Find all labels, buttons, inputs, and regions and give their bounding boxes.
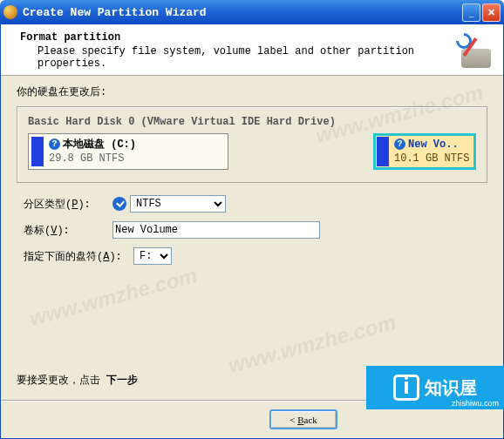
back-button[interactable]: < Back	[269, 409, 337, 429]
drive-letter-label: 指定下面的盘符(A):	[24, 249, 133, 264]
row-drive-letter: 指定下面的盘符(A): F:	[24, 247, 487, 265]
partition-c[interactable]: ? 本地磁盘 (C:) 29.8 GB NTFS	[28, 133, 228, 170]
titlebar: Create New Partition Wizard _ ✕	[0, 0, 504, 24]
partition-color-bar	[31, 137, 44, 166]
partition-name: 本地磁盘 (C:)	[63, 138, 136, 152]
drive-letter-select[interactable]: F:	[133, 247, 172, 265]
close-button[interactable]: ✕	[482, 3, 501, 22]
disk-title: Basic Hard Disk 0 (VMware Virtual IDE Ha…	[28, 116, 476, 128]
partition-type-select[interactable]: NTFS	[130, 195, 226, 213]
row-volume-label: 卷标(V):	[24, 221, 487, 239]
row-partition-type: 分区类型(P): NTFS	[24, 195, 487, 213]
window-title: Create New Partition Wizard	[23, 6, 207, 19]
partition-type-label: 分区类型(P):	[24, 197, 112, 212]
filesystem-icon	[112, 197, 126, 211]
help-icon: ?	[49, 138, 60, 150]
partition-color-bar	[377, 137, 389, 166]
promo-icon	[393, 375, 419, 401]
volume-label-input[interactable]	[112, 221, 320, 239]
header-title: Format partition	[20, 31, 454, 44]
disk-panel: Basic Hard Disk 0 (VMware Virtual IDE Ha…	[17, 106, 487, 183]
app-icon	[3, 5, 17, 19]
promo-brand: 知识屋	[425, 376, 477, 400]
help-icon: ?	[394, 138, 405, 150]
partition-name: New Vo..	[408, 138, 459, 152]
promo-overlay: 知识屋 zhishiwu.com	[366, 366, 504, 409]
intro-text: 你的硬盘在更改后:	[17, 84, 487, 99]
partition-new[interactable]: ? New Vo.. 10.1 GB NTFS	[373, 133, 476, 170]
partition-detail: 29.8 GB NTFS	[49, 152, 136, 165]
wizard-body: www.wmzhe.com www.wmzhe.com www.wmzhe.co…	[1, 76, 503, 400]
partition-detail: 10.1 GB NTFS	[394, 152, 469, 165]
volume-label-label: 卷标(V):	[24, 223, 112, 238]
promo-url: zhishiwu.com	[452, 399, 499, 408]
form-area: 分区类型(P): NTFS 卷标(V): 指定下面的盘符(A): F:	[24, 195, 487, 274]
header-subtitle: Please specify file system, volume label…	[20, 45, 454, 70]
wizard-icon	[454, 31, 493, 70]
wizard-header: Format partition Please specify file sys…	[1, 24, 503, 76]
minimize-button[interactable]: _	[462, 3, 480, 22]
